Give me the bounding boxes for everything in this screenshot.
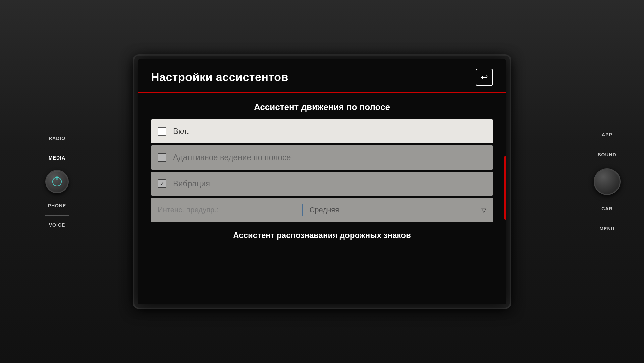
main-screen-wrapper: Настройки ассистентов ↩ Ассистент движен… [138,59,506,304]
option-row-intensity: Интенс. предупр.: Средняя ▽ [151,198,493,222]
sidebar-item-car[interactable]: CAR [590,198,624,219]
right-knob[interactable] [594,168,621,195]
option-label-enable: Вкл. [173,127,189,136]
sidebar-item-app[interactable]: APP [590,125,624,145]
main-screen: Настройки ассистентов ↩ Ассистент движен… [138,59,506,304]
power-knob[interactable] [45,170,69,193]
screen-content: Настройки ассистентов ↩ Ассистент движен… [138,59,506,304]
screen-body: Ассистент движения по полосе Вкл. Адапти… [138,93,506,304]
right-nav-panel: APP SOUND CAR MENU [590,125,624,239]
sidebar-item-sound[interactable]: SOUND [590,145,624,165]
nav-divider-1 [45,148,69,148]
power-icon [52,177,62,186]
option-row-enable[interactable]: Вкл. [151,119,493,143]
back-arrow-icon: ↩ [481,73,488,82]
sidebar-item-voice[interactable]: VOICE [40,216,74,234]
checkbox-vibration: ✓ [158,179,166,188]
screen-header: Настройки ассистентов ↩ [138,59,506,92]
dropdown-intensity-value: Средняя [303,206,481,214]
checkbox-adaptive [158,153,166,162]
sidebar-item-phone[interactable]: PHONE [40,197,74,214]
checkbox-enable[interactable] [158,127,166,136]
dropdown-intensity-label: Интенс. предупр.: [151,206,302,214]
dashboard-frame: RADIO MEDIA PHONE VOICE Настройки ассист… [0,0,644,363]
section-heading-signs: Ассистент распознавания дорожных знаков [151,224,493,243]
back-button[interactable]: ↩ [476,69,493,86]
nav-divider-2 [45,215,69,216]
option-label-adaptive: Адаптивное ведение по полосе [173,153,291,162]
option-label-vibration: Вибрация [173,179,210,188]
sidebar-item-menu[interactable]: MENU [590,219,624,239]
sidebar-item-radio[interactable]: RADIO [40,130,74,147]
option-row-vibration: ✓ Вибрация [151,172,493,196]
sidebar-item-media[interactable]: MEDIA [40,149,74,167]
left-nav-panel: RADIO MEDIA PHONE VOICE [40,130,74,234]
section-heading-lane: Ассистент движения по полосе [151,93,493,119]
page-title: Настройки ассистентов [151,71,288,84]
scroll-indicator [504,93,506,304]
option-row-adaptive: Адаптивное ведение по полосе [151,145,493,170]
chevron-down-icon: ▽ [481,206,493,214]
scroll-thumb [504,156,506,220]
